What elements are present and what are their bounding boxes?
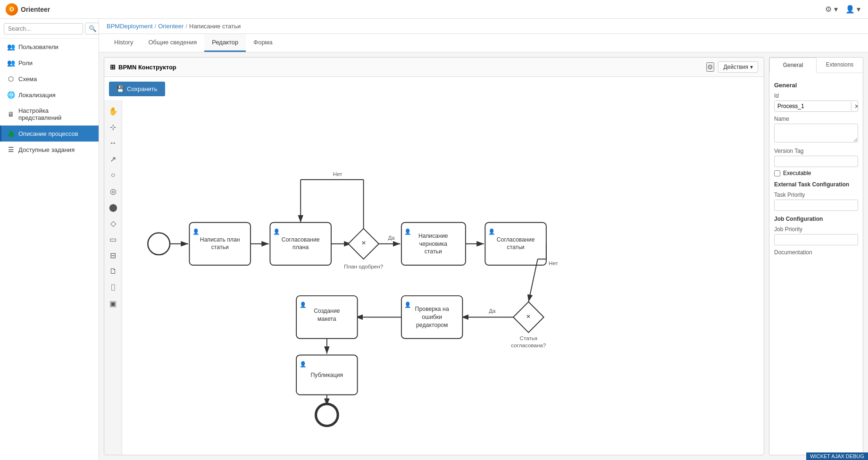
svg-text:✕: ✕: [361, 240, 366, 246]
sidebar-item-processes[interactable]: 🌲 Описание процессов: [0, 125, 99, 142]
breadcrumb: BPMDeployment / Orienteer / Написание ст…: [99, 19, 868, 34]
right-panel-tab-general[interactable]: General: [769, 58, 817, 73]
svg-text:Да: Да: [489, 308, 496, 314]
sidebar-label-roles: Роли: [18, 59, 33, 67]
job-priority-input[interactable]: [774, 234, 858, 245]
tool-hand[interactable]: ✋: [106, 104, 120, 118]
start-event[interactable]: [148, 233, 170, 255]
documentation-label: Documentation: [774, 249, 858, 256]
tab-general[interactable]: Общие сведения: [141, 34, 204, 52]
breadcrumb-current: Написание статьи: [189, 23, 241, 30]
tabs-bar: History Общие сведения Редактор Форма: [99, 34, 868, 52]
bpmn-panel: ⊞ BPMN Конструктор ⚙ Действия ▾ 💾 Сохран: [104, 57, 764, 455]
sidebar-item-roles[interactable]: 👥 Роли: [0, 55, 99, 71]
right-panel: General Extensions General Id ✕ Name Ver…: [769, 57, 863, 455]
svg-text:Согласование: Согласование: [282, 236, 320, 243]
tool-panel[interactable]: ▣: [106, 296, 120, 310]
bpmn-toolbar: ✋ ⊹ ↔ ↗ ○ ◎ ⬤ ◇ ▭ ⊟ 🗋 ⌷ ▣: [104, 100, 122, 455]
search-button[interactable]: 🔍: [85, 23, 99, 34]
name-field-label: Name: [774, 116, 858, 122]
svg-text:Нет: Нет: [549, 260, 558, 266]
bpmn-main-area: ✋ ⊹ ↔ ↗ ○ ◎ ⬤ ◇ ▭ ⊟ 🗋 ⌷ ▣: [104, 100, 764, 455]
sidebar-item-schema[interactable]: ⬡ Схема: [0, 71, 99, 87]
bpmn-settings-button[interactable]: ⚙: [706, 62, 714, 72]
logo-icon: O: [6, 3, 18, 16]
tab-editor[interactable]: Редактор: [204, 34, 246, 52]
svg-text:Да: Да: [388, 234, 395, 241]
job-config-title: Job Configuration: [774, 216, 858, 222]
executable-checkbox[interactable]: [774, 170, 780, 176]
sidebar-item-localization[interactable]: 🌐 Локализация: [0, 87, 99, 103]
svg-text:Создание: Создание: [314, 308, 340, 314]
search-input[interactable]: [4, 23, 83, 34]
save-button[interactable]: 💾 Сохранить: [109, 82, 165, 96]
wicket-debug-bar[interactable]: WICKET AJAX DEBUG: [806, 452, 868, 460]
actions-chevron: ▾: [750, 64, 753, 70]
tool-circle-outline[interactable]: ◎: [106, 184, 120, 198]
views-icon: 🖥: [7, 110, 15, 118]
breadcrumb-sep-1: /: [155, 23, 157, 30]
tool-diamond[interactable]: ◇: [106, 216, 120, 230]
tab-form[interactable]: Форма: [246, 34, 280, 52]
sidebar-label-users: Пользователи: [18, 43, 58, 50]
version-tag-label: Version Tag: [774, 148, 858, 154]
svg-text:Написание: Написание: [418, 233, 448, 239]
svg-text:Нет: Нет: [333, 171, 342, 177]
sidebar-item-views[interactable]: 🖥 Настройка представлений: [0, 103, 99, 125]
topbar: O Orienteer ⚙ ▾ 👤 ▾: [0, 0, 868, 19]
bpmn-svg: 👤 Написать план статьи 👤 Согласование пл…: [122, 100, 764, 455]
sidebar-label-views: Настройка представлений: [18, 107, 93, 121]
id-clear-button[interactable]: ✕: [851, 102, 858, 111]
tasks-icon: ☰: [7, 146, 15, 153]
svg-text:👤: 👤: [404, 301, 411, 308]
svg-text:Написать план: Написать план: [200, 236, 240, 243]
tool-rectangle[interactable]: ▭: [106, 232, 120, 246]
app-name: Orienteer: [21, 6, 50, 13]
sidebar-label-tasks: Доступные задания: [18, 146, 75, 153]
svg-text:👤: 👤: [192, 228, 200, 235]
right-panel-tab-extensions[interactable]: Extensions: [817, 58, 863, 73]
tab-history[interactable]: History: [107, 34, 141, 52]
users-icon: 👥: [7, 43, 15, 50]
user-button[interactable]: 👤 ▾: [843, 3, 862, 16]
tool-circle-empty[interactable]: ○: [106, 168, 120, 182]
sidebar-item-tasks[interactable]: ☰ Доступные задания: [0, 142, 99, 158]
svg-text:👤: 👤: [488, 228, 495, 235]
settings-button[interactable]: ⚙ ▾: [823, 3, 839, 16]
svg-text:✕: ✕: [526, 313, 531, 319]
sidebar-item-users[interactable]: 👥 Пользователи: [0, 39, 99, 55]
tool-document[interactable]: 🗋: [106, 264, 120, 278]
editor-area: ⊞ BPMN Конструктор ⚙ Действия ▾ 💾 Сохран: [99, 52, 868, 460]
breadcrumb-link-bpmdeployment[interactable]: BPMDeployment: [107, 23, 153, 30]
version-tag-input[interactable]: [774, 156, 858, 167]
svg-text:👤: 👤: [404, 228, 411, 235]
svg-text:ошибки: ошибки: [422, 314, 442, 320]
executable-label: Executable: [783, 170, 811, 176]
main-layout: 🔍 👥 Пользователи 👥 Роли ⬡ Схема 🌐 Локали…: [0, 19, 868, 460]
svg-text:черновика: черновика: [419, 241, 447, 247]
tool-circle-filled[interactable]: ⬤: [106, 200, 120, 214]
tool-move[interactable]: ↔: [106, 136, 120, 150]
tool-rectangle-bottom[interactable]: ⊟: [106, 248, 120, 262]
bpmn-canvas[interactable]: 👤 Написать план статьи 👤 Согласование пл…: [122, 100, 764, 455]
tool-select[interactable]: ⊹: [106, 120, 120, 134]
task-priority-input[interactable]: [774, 200, 858, 211]
svg-text:плана: плана: [292, 244, 309, 251]
id-input[interactable]: [775, 101, 851, 111]
svg-text:согласована?: согласована?: [511, 342, 546, 348]
bpmn-grid-icon: ⊞: [110, 63, 116, 71]
save-label: Сохранить: [127, 85, 158, 92]
name-textarea[interactable]: [774, 124, 858, 142]
svg-text:👤: 👤: [300, 301, 307, 308]
end-event[interactable]: [316, 404, 338, 426]
tool-cylinder[interactable]: ⌷: [106, 280, 120, 294]
actions-button[interactable]: Действия ▾: [718, 61, 758, 73]
sidebar: 🔍 👥 Пользователи 👥 Роли ⬡ Схема 🌐 Локали…: [0, 19, 99, 460]
svg-text:👤: 👤: [273, 228, 280, 235]
schema-icon: ⬡: [7, 75, 15, 83]
breadcrumb-link-orienteer[interactable]: Orienteer: [158, 23, 184, 30]
executable-row: Executable: [774, 170, 858, 176]
tool-arrow[interactable]: ↗: [106, 152, 120, 166]
svg-text:Согласование: Согласование: [497, 236, 535, 243]
actions-label: Действия: [723, 64, 748, 70]
